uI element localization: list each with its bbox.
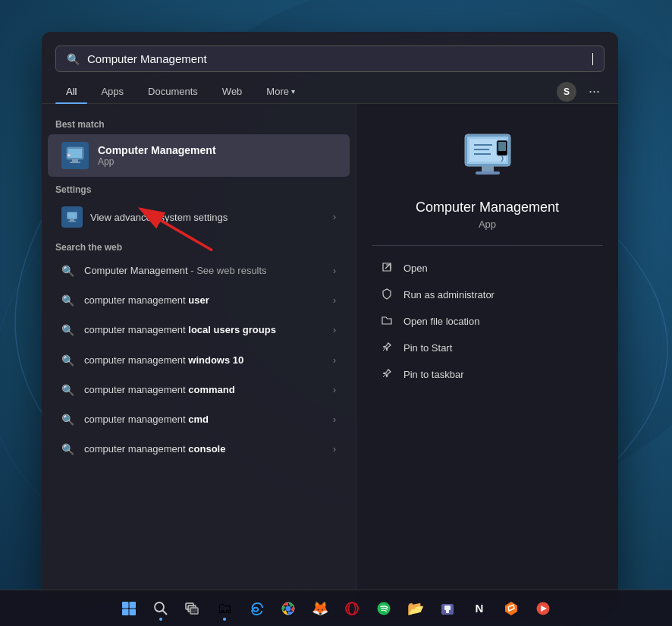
chevron-right-icon-5: › [333,414,336,425]
svg-line-23 [383,348,385,351]
app-preview-icon [457,127,518,187]
web-search-icon-6: 🔍 [61,443,77,455]
search-bar[interactable]: 🔍 Computer Management [55,46,604,72]
chevron-right-icon-3: › [333,355,336,366]
web-search-user[interactable]: 🔍 computer management user › [48,286,350,315]
svg-rect-34 [190,608,198,614]
action-pin-taskbar-label: Pin to taskbar [404,369,464,380]
web-search-text-2: computer management local users groups [84,323,333,337]
svg-rect-3 [72,159,78,162]
settings-item-text: View advanced system settings [90,212,333,223]
edge-icon [248,600,265,617]
tabs-right-controls: S ··· [557,80,604,102]
svg-rect-27 [130,602,137,609]
svg-rect-28 [122,609,129,615]
taskbar-firefox[interactable]: 🦊 [306,595,334,622]
sublime-icon [503,600,520,617]
svg-rect-26 [122,602,129,609]
web-search-windows10[interactable]: 🔍 computer management windows 10 › [48,346,350,375]
web-search-icon-2: 🔍 [61,324,77,336]
taskbar-chrome[interactable] [275,595,302,622]
action-pin-to-start[interactable]: Pin to Start [372,335,603,361]
web-search-local-users[interactable]: 🔍 computer management local users groups… [48,316,350,344]
chevron-down-icon: ▾ [291,87,295,96]
taskbar-search-icon [152,600,169,617]
best-match-label: Best match [42,113,356,133]
pin-icon [379,341,394,355]
settings-section-label: Settings [42,178,356,198]
taskbar-sublime[interactable] [498,595,525,622]
svg-rect-20 [482,166,494,172]
view-advanced-system-settings[interactable]: View advanced system settings › [48,199,350,235]
taskbar-opera[interactable] [338,595,366,622]
taskbar-spotify[interactable] [370,595,397,622]
taskbar-file-explorer[interactable]: 🗂 [211,595,238,622]
opera-icon [344,600,360,617]
action-run-admin-label: Run as administrator [404,289,495,300]
chrome-icon [280,600,297,617]
svg-rect-29 [130,609,137,615]
web-search-icon-0: 🔍 [61,265,77,277]
folder-icon [379,314,394,329]
tab-more[interactable]: More ▾ [256,80,306,103]
tab-documents[interactable]: Documents [137,80,209,103]
start-menu-search-panel: 🔍 Computer Management All Apps Documents… [42,32,618,601]
app-name-label: Computer Management [98,144,216,156]
taskbar-ms-teams[interactable] [434,595,461,622]
taskbar-file-manager[interactable]: 📂 [402,595,429,622]
action-open-label: Open [404,263,428,274]
svg-line-24 [383,375,385,377]
user-avatar[interactable]: S [557,82,576,102]
taskbar-sendanywhere[interactable] [529,595,557,622]
tab-apps[interactable]: Apps [90,80,134,103]
svg-rect-19 [498,142,506,151]
action-run-as-admin[interactable]: Run as administrator [372,282,603,308]
web-search-computer-management[interactable]: 🔍 Computer Management - See web results … [48,256,350,285]
web-search-text-3: computer management windows 10 [84,354,333,367]
best-match-computer-management[interactable]: Computer Management App [48,134,350,177]
action-open[interactable]: Open [372,255,603,282]
admin-shield-icon [379,288,394,302]
tab-all[interactable]: All [55,80,87,103]
taskbar-active-dot [159,618,162,621]
computer-management-app-info: Computer Management App [98,144,216,167]
computer-management-preview-icon [457,127,518,187]
web-search-icon-5: 🔍 [61,414,77,426]
action-open-file-location[interactable]: Open file location [372,308,603,335]
tab-web[interactable]: Web [212,80,253,103]
explorer-active-dot [223,618,226,621]
action-pin-start-label: Pin to Start [404,342,452,354]
svg-rect-42 [446,610,449,613]
taskbar-task-view[interactable] [179,595,206,622]
chevron-right-icon-0: › [333,266,336,276]
svg-rect-21 [476,171,500,175]
task-view-icon [184,600,201,617]
taskbar-search[interactable] [147,595,174,622]
chevron-right-icon: › [333,212,336,222]
svg-point-36 [286,606,291,611]
taskbar-edge[interactable] [243,595,270,622]
open-icon [379,261,394,275]
web-search-text-0: Computer Management - See web results [84,264,333,278]
taskbar-windows-start[interactable] [115,595,143,622]
text-cursor [592,53,593,65]
action-pin-to-taskbar[interactable]: Pin to taskbar [372,361,603,388]
web-search-text-4: computer management command [84,383,333,397]
computer-management-icon-box [61,142,89,169]
svg-point-38 [349,602,356,615]
web-search-icon-1: 🔍 [61,294,77,307]
app-detail-panel: Computer Management App Open Run as admi… [356,104,618,601]
svg-point-30 [155,602,164,612]
windows-logo-icon [121,601,137,616]
taskbar-notion[interactable]: N [466,595,493,622]
search-results-main: Best match Computer Management [42,104,618,601]
web-search-cmd[interactable]: 🔍 computer management cmd › [48,405,350,434]
spotify-icon [375,600,392,617]
taskbar: 🗂 🦊 [0,590,672,626]
web-search-console[interactable]: 🔍 computer management console › [48,435,350,464]
web-search-text-5: computer management cmd [84,413,333,426]
more-options-button[interactable]: ··· [584,80,604,102]
web-search-command[interactable]: 🔍 computer management command › [48,376,350,404]
pin-taskbar-icon [379,367,394,382]
chevron-right-icon-2: › [333,325,336,335]
